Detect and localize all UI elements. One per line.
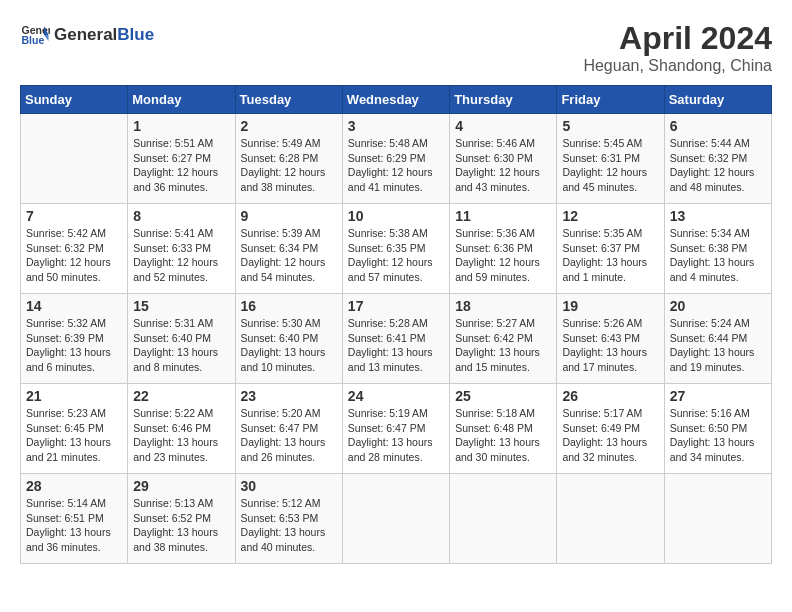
day-number: 24 [348, 388, 444, 404]
day-number: 10 [348, 208, 444, 224]
day-number: 7 [26, 208, 122, 224]
day-info: Sunrise: 5:34 AMSunset: 6:38 PMDaylight:… [670, 226, 766, 285]
calendar-cell: 15Sunrise: 5:31 AMSunset: 6:40 PMDayligh… [128, 294, 235, 384]
calendar-week-2: 7Sunrise: 5:42 AMSunset: 6:32 PMDaylight… [21, 204, 772, 294]
calendar-cell: 25Sunrise: 5:18 AMSunset: 6:48 PMDayligh… [450, 384, 557, 474]
calendar-cell: 4Sunrise: 5:46 AMSunset: 6:30 PMDaylight… [450, 114, 557, 204]
calendar-week-3: 14Sunrise: 5:32 AMSunset: 6:39 PMDayligh… [21, 294, 772, 384]
day-info: Sunrise: 5:35 AMSunset: 6:37 PMDaylight:… [562, 226, 658, 285]
calendar-cell: 18Sunrise: 5:27 AMSunset: 6:42 PMDayligh… [450, 294, 557, 384]
day-number: 12 [562, 208, 658, 224]
calendar-week-4: 21Sunrise: 5:23 AMSunset: 6:45 PMDayligh… [21, 384, 772, 474]
calendar-cell [664, 474, 771, 564]
svg-text:Blue: Blue [22, 34, 45, 46]
day-number: 2 [241, 118, 337, 134]
day-number: 16 [241, 298, 337, 314]
day-info: Sunrise: 5:41 AMSunset: 6:33 PMDaylight:… [133, 226, 229, 285]
calendar-cell: 9Sunrise: 5:39 AMSunset: 6:34 PMDaylight… [235, 204, 342, 294]
calendar-cell: 27Sunrise: 5:16 AMSunset: 6:50 PMDayligh… [664, 384, 771, 474]
calendar-cell: 24Sunrise: 5:19 AMSunset: 6:47 PMDayligh… [342, 384, 449, 474]
day-info: Sunrise: 5:51 AMSunset: 6:27 PMDaylight:… [133, 136, 229, 195]
calendar-cell: 5Sunrise: 5:45 AMSunset: 6:31 PMDaylight… [557, 114, 664, 204]
day-info: Sunrise: 5:39 AMSunset: 6:34 PMDaylight:… [241, 226, 337, 285]
calendar-cell: 12Sunrise: 5:35 AMSunset: 6:37 PMDayligh… [557, 204, 664, 294]
day-number: 17 [348, 298, 444, 314]
day-number: 20 [670, 298, 766, 314]
day-info: Sunrise: 5:23 AMSunset: 6:45 PMDaylight:… [26, 406, 122, 465]
day-number: 29 [133, 478, 229, 494]
calendar-cell: 10Sunrise: 5:38 AMSunset: 6:35 PMDayligh… [342, 204, 449, 294]
day-info: Sunrise: 5:32 AMSunset: 6:39 PMDaylight:… [26, 316, 122, 375]
calendar-cell: 3Sunrise: 5:48 AMSunset: 6:29 PMDaylight… [342, 114, 449, 204]
day-number: 9 [241, 208, 337, 224]
calendar-cell: 2Sunrise: 5:49 AMSunset: 6:28 PMDaylight… [235, 114, 342, 204]
day-info: Sunrise: 5:26 AMSunset: 6:43 PMDaylight:… [562, 316, 658, 375]
day-number: 27 [670, 388, 766, 404]
day-info: Sunrise: 5:28 AMSunset: 6:41 PMDaylight:… [348, 316, 444, 375]
day-info: Sunrise: 5:13 AMSunset: 6:52 PMDaylight:… [133, 496, 229, 555]
title-area: April 2024 Heguan, Shandong, China [583, 20, 772, 75]
day-number: 4 [455, 118, 551, 134]
day-info: Sunrise: 5:24 AMSunset: 6:44 PMDaylight:… [670, 316, 766, 375]
day-info: Sunrise: 5:42 AMSunset: 6:32 PMDaylight:… [26, 226, 122, 285]
calendar-cell: 13Sunrise: 5:34 AMSunset: 6:38 PMDayligh… [664, 204, 771, 294]
svg-marker-3 [44, 35, 49, 41]
calendar-cell: 20Sunrise: 5:24 AMSunset: 6:44 PMDayligh… [664, 294, 771, 384]
day-info: Sunrise: 5:38 AMSunset: 6:35 PMDaylight:… [348, 226, 444, 285]
weekday-header-tuesday: Tuesday [235, 86, 342, 114]
day-info: Sunrise: 5:14 AMSunset: 6:51 PMDaylight:… [26, 496, 122, 555]
day-info: Sunrise: 5:20 AMSunset: 6:47 PMDaylight:… [241, 406, 337, 465]
weekday-header-friday: Friday [557, 86, 664, 114]
calendar-cell: 29Sunrise: 5:13 AMSunset: 6:52 PMDayligh… [128, 474, 235, 564]
day-info: Sunrise: 5:48 AMSunset: 6:29 PMDaylight:… [348, 136, 444, 195]
calendar-cell: 23Sunrise: 5:20 AMSunset: 6:47 PMDayligh… [235, 384, 342, 474]
month-title: April 2024 [583, 20, 772, 57]
calendar-cell: 11Sunrise: 5:36 AMSunset: 6:36 PMDayligh… [450, 204, 557, 294]
day-info: Sunrise: 5:31 AMSunset: 6:40 PMDaylight:… [133, 316, 229, 375]
calendar-cell: 22Sunrise: 5:22 AMSunset: 6:46 PMDayligh… [128, 384, 235, 474]
day-number: 22 [133, 388, 229, 404]
calendar-cell: 26Sunrise: 5:17 AMSunset: 6:49 PMDayligh… [557, 384, 664, 474]
calendar-cell [557, 474, 664, 564]
day-number: 19 [562, 298, 658, 314]
day-info: Sunrise: 5:46 AMSunset: 6:30 PMDaylight:… [455, 136, 551, 195]
calendar-cell: 6Sunrise: 5:44 AMSunset: 6:32 PMDaylight… [664, 114, 771, 204]
day-number: 6 [670, 118, 766, 134]
calendar-week-5: 28Sunrise: 5:14 AMSunset: 6:51 PMDayligh… [21, 474, 772, 564]
calendar-cell: 14Sunrise: 5:32 AMSunset: 6:39 PMDayligh… [21, 294, 128, 384]
day-info: Sunrise: 5:22 AMSunset: 6:46 PMDaylight:… [133, 406, 229, 465]
calendar-cell: 8Sunrise: 5:41 AMSunset: 6:33 PMDaylight… [128, 204, 235, 294]
day-info: Sunrise: 5:12 AMSunset: 6:53 PMDaylight:… [241, 496, 337, 555]
logo-blue: Blue [117, 25, 154, 45]
day-number: 30 [241, 478, 337, 494]
day-number: 11 [455, 208, 551, 224]
day-info: Sunrise: 5:17 AMSunset: 6:49 PMDaylight:… [562, 406, 658, 465]
day-number: 21 [26, 388, 122, 404]
calendar-cell: 1Sunrise: 5:51 AMSunset: 6:27 PMDaylight… [128, 114, 235, 204]
calendar-cell: 28Sunrise: 5:14 AMSunset: 6:51 PMDayligh… [21, 474, 128, 564]
header: General Blue General Blue April 2024 Heg… [20, 20, 772, 75]
calendar-cell [342, 474, 449, 564]
weekday-header-saturday: Saturday [664, 86, 771, 114]
weekday-header-sunday: Sunday [21, 86, 128, 114]
day-number: 1 [133, 118, 229, 134]
calendar-cell: 21Sunrise: 5:23 AMSunset: 6:45 PMDayligh… [21, 384, 128, 474]
calendar-cell [450, 474, 557, 564]
calendar-cell: 19Sunrise: 5:26 AMSunset: 6:43 PMDayligh… [557, 294, 664, 384]
day-number: 23 [241, 388, 337, 404]
location-title: Heguan, Shandong, China [583, 57, 772, 75]
day-number: 15 [133, 298, 229, 314]
day-number: 8 [133, 208, 229, 224]
weekday-header-wednesday: Wednesday [342, 86, 449, 114]
day-number: 18 [455, 298, 551, 314]
day-info: Sunrise: 5:49 AMSunset: 6:28 PMDaylight:… [241, 136, 337, 195]
weekday-header-monday: Monday [128, 86, 235, 114]
day-info: Sunrise: 5:16 AMSunset: 6:50 PMDaylight:… [670, 406, 766, 465]
day-info: Sunrise: 5:19 AMSunset: 6:47 PMDaylight:… [348, 406, 444, 465]
day-info: Sunrise: 5:45 AMSunset: 6:31 PMDaylight:… [562, 136, 658, 195]
day-info: Sunrise: 5:18 AMSunset: 6:48 PMDaylight:… [455, 406, 551, 465]
calendar-cell: 30Sunrise: 5:12 AMSunset: 6:53 PMDayligh… [235, 474, 342, 564]
day-number: 3 [348, 118, 444, 134]
day-number: 26 [562, 388, 658, 404]
day-info: Sunrise: 5:36 AMSunset: 6:36 PMDaylight:… [455, 226, 551, 285]
